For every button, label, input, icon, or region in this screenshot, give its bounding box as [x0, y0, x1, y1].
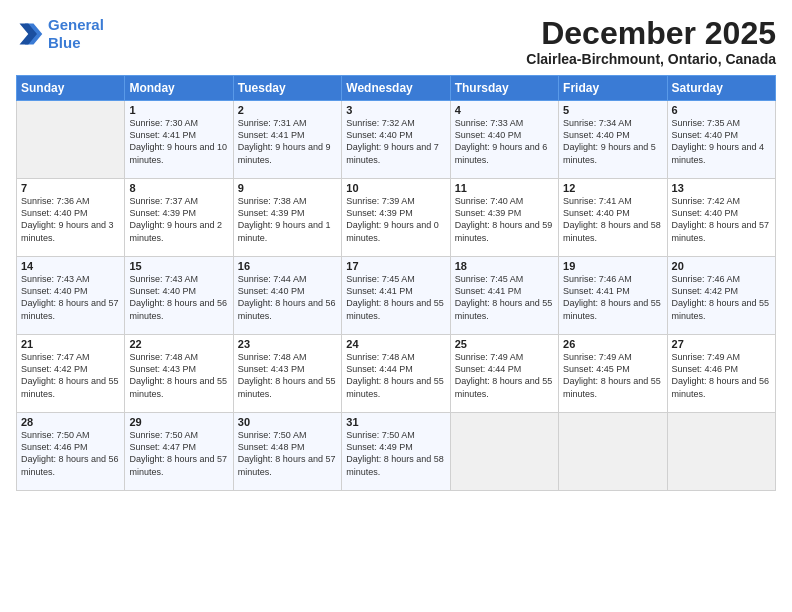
calendar-cell: 5Sunrise: 7:34 AMSunset: 4:40 PMDaylight… — [559, 101, 667, 179]
day-info: Sunrise: 7:42 AMSunset: 4:40 PMDaylight:… — [672, 195, 771, 244]
calendar-cell: 22Sunrise: 7:48 AMSunset: 4:43 PMDayligh… — [125, 335, 233, 413]
day-number: 31 — [346, 416, 445, 428]
day-info: Sunrise: 7:32 AMSunset: 4:40 PMDaylight:… — [346, 117, 445, 166]
calendar-cell: 25Sunrise: 7:49 AMSunset: 4:44 PMDayligh… — [450, 335, 558, 413]
weekday-header-saturday: Saturday — [667, 76, 775, 101]
calendar-cell: 2Sunrise: 7:31 AMSunset: 4:41 PMDaylight… — [233, 101, 341, 179]
day-info: Sunrise: 7:43 AMSunset: 4:40 PMDaylight:… — [129, 273, 228, 322]
day-info: Sunrise: 7:45 AMSunset: 4:41 PMDaylight:… — [346, 273, 445, 322]
day-number: 8 — [129, 182, 228, 194]
calendar-week-1: 1Sunrise: 7:30 AMSunset: 4:41 PMDaylight… — [17, 101, 776, 179]
calendar-cell: 7Sunrise: 7:36 AMSunset: 4:40 PMDaylight… — [17, 179, 125, 257]
day-info: Sunrise: 7:31 AMSunset: 4:41 PMDaylight:… — [238, 117, 337, 166]
day-info: Sunrise: 7:46 AMSunset: 4:42 PMDaylight:… — [672, 273, 771, 322]
day-info: Sunrise: 7:50 AMSunset: 4:49 PMDaylight:… — [346, 429, 445, 478]
weekday-header-friday: Friday — [559, 76, 667, 101]
month-title: December 2025 — [526, 16, 776, 51]
calendar-cell: 14Sunrise: 7:43 AMSunset: 4:40 PMDayligh… — [17, 257, 125, 335]
logo-line1: General — [48, 16, 104, 33]
calendar-cell — [667, 413, 775, 491]
day-number: 9 — [238, 182, 337, 194]
day-info: Sunrise: 7:35 AMSunset: 4:40 PMDaylight:… — [672, 117, 771, 166]
day-number: 25 — [455, 338, 554, 350]
day-info: Sunrise: 7:49 AMSunset: 4:44 PMDaylight:… — [455, 351, 554, 400]
calendar-cell: 11Sunrise: 7:40 AMSunset: 4:39 PMDayligh… — [450, 179, 558, 257]
day-number: 16 — [238, 260, 337, 272]
logo-text: General Blue — [48, 16, 104, 52]
day-info: Sunrise: 7:33 AMSunset: 4:40 PMDaylight:… — [455, 117, 554, 166]
logo-line2: Blue — [48, 34, 81, 51]
day-info: Sunrise: 7:50 AMSunset: 4:47 PMDaylight:… — [129, 429, 228, 478]
calendar-week-3: 14Sunrise: 7:43 AMSunset: 4:40 PMDayligh… — [17, 257, 776, 335]
day-info: Sunrise: 7:49 AMSunset: 4:46 PMDaylight:… — [672, 351, 771, 400]
calendar-cell: 23Sunrise: 7:48 AMSunset: 4:43 PMDayligh… — [233, 335, 341, 413]
day-number: 12 — [563, 182, 662, 194]
main-container: General Blue December 2025 Clairlea-Birc… — [0, 0, 792, 501]
day-number: 4 — [455, 104, 554, 116]
day-info: Sunrise: 7:48 AMSunset: 4:43 PMDaylight:… — [238, 351, 337, 400]
day-number: 1 — [129, 104, 228, 116]
day-info: Sunrise: 7:47 AMSunset: 4:42 PMDaylight:… — [21, 351, 120, 400]
day-number: 29 — [129, 416, 228, 428]
day-number: 26 — [563, 338, 662, 350]
day-number: 2 — [238, 104, 337, 116]
day-info: Sunrise: 7:36 AMSunset: 4:40 PMDaylight:… — [21, 195, 120, 244]
calendar-cell: 9Sunrise: 7:38 AMSunset: 4:39 PMDaylight… — [233, 179, 341, 257]
weekday-header-wednesday: Wednesday — [342, 76, 450, 101]
calendar-cell: 28Sunrise: 7:50 AMSunset: 4:46 PMDayligh… — [17, 413, 125, 491]
calendar-table: SundayMondayTuesdayWednesdayThursdayFrid… — [16, 75, 776, 491]
day-info: Sunrise: 7:40 AMSunset: 4:39 PMDaylight:… — [455, 195, 554, 244]
day-number: 23 — [238, 338, 337, 350]
day-number: 14 — [21, 260, 120, 272]
weekday-header-monday: Monday — [125, 76, 233, 101]
calendar-cell — [559, 413, 667, 491]
day-info: Sunrise: 7:50 AMSunset: 4:48 PMDaylight:… — [238, 429, 337, 478]
day-number: 7 — [21, 182, 120, 194]
calendar-week-4: 21Sunrise: 7:47 AMSunset: 4:42 PMDayligh… — [17, 335, 776, 413]
header: General Blue December 2025 Clairlea-Birc… — [16, 16, 776, 67]
calendar-week-5: 28Sunrise: 7:50 AMSunset: 4:46 PMDayligh… — [17, 413, 776, 491]
calendar-cell: 29Sunrise: 7:50 AMSunset: 4:47 PMDayligh… — [125, 413, 233, 491]
calendar-body: 1Sunrise: 7:30 AMSunset: 4:41 PMDaylight… — [17, 101, 776, 491]
title-block: December 2025 Clairlea-Birchmount, Ontar… — [526, 16, 776, 67]
day-number: 10 — [346, 182, 445, 194]
weekday-header-sunday: Sunday — [17, 76, 125, 101]
day-info: Sunrise: 7:34 AMSunset: 4:40 PMDaylight:… — [563, 117, 662, 166]
day-info: Sunrise: 7:45 AMSunset: 4:41 PMDaylight:… — [455, 273, 554, 322]
calendar-cell: 6Sunrise: 7:35 AMSunset: 4:40 PMDaylight… — [667, 101, 775, 179]
calendar-cell: 30Sunrise: 7:50 AMSunset: 4:48 PMDayligh… — [233, 413, 341, 491]
day-number: 18 — [455, 260, 554, 272]
day-number: 22 — [129, 338, 228, 350]
calendar-cell: 8Sunrise: 7:37 AMSunset: 4:39 PMDaylight… — [125, 179, 233, 257]
day-info: Sunrise: 7:39 AMSunset: 4:39 PMDaylight:… — [346, 195, 445, 244]
day-info: Sunrise: 7:48 AMSunset: 4:44 PMDaylight:… — [346, 351, 445, 400]
day-number: 5 — [563, 104, 662, 116]
logo: General Blue — [16, 16, 104, 52]
calendar-cell: 27Sunrise: 7:49 AMSunset: 4:46 PMDayligh… — [667, 335, 775, 413]
calendar-cell: 10Sunrise: 7:39 AMSunset: 4:39 PMDayligh… — [342, 179, 450, 257]
calendar-cell: 15Sunrise: 7:43 AMSunset: 4:40 PMDayligh… — [125, 257, 233, 335]
calendar-cell: 31Sunrise: 7:50 AMSunset: 4:49 PMDayligh… — [342, 413, 450, 491]
day-info: Sunrise: 7:44 AMSunset: 4:40 PMDaylight:… — [238, 273, 337, 322]
calendar-cell — [450, 413, 558, 491]
day-number: 11 — [455, 182, 554, 194]
location: Clairlea-Birchmount, Ontario, Canada — [526, 51, 776, 67]
day-info: Sunrise: 7:38 AMSunset: 4:39 PMDaylight:… — [238, 195, 337, 244]
day-number: 30 — [238, 416, 337, 428]
calendar-header: SundayMondayTuesdayWednesdayThursdayFrid… — [17, 76, 776, 101]
weekday-header-tuesday: Tuesday — [233, 76, 341, 101]
calendar-cell: 17Sunrise: 7:45 AMSunset: 4:41 PMDayligh… — [342, 257, 450, 335]
day-info: Sunrise: 7:37 AMSunset: 4:39 PMDaylight:… — [129, 195, 228, 244]
calendar-cell: 16Sunrise: 7:44 AMSunset: 4:40 PMDayligh… — [233, 257, 341, 335]
day-info: Sunrise: 7:41 AMSunset: 4:40 PMDaylight:… — [563, 195, 662, 244]
calendar-cell: 26Sunrise: 7:49 AMSunset: 4:45 PMDayligh… — [559, 335, 667, 413]
calendar-cell: 18Sunrise: 7:45 AMSunset: 4:41 PMDayligh… — [450, 257, 558, 335]
calendar-cell: 19Sunrise: 7:46 AMSunset: 4:41 PMDayligh… — [559, 257, 667, 335]
calendar-cell: 24Sunrise: 7:48 AMSunset: 4:44 PMDayligh… — [342, 335, 450, 413]
calendar-cell: 20Sunrise: 7:46 AMSunset: 4:42 PMDayligh… — [667, 257, 775, 335]
weekday-header-thursday: Thursday — [450, 76, 558, 101]
day-number: 6 — [672, 104, 771, 116]
calendar-week-2: 7Sunrise: 7:36 AMSunset: 4:40 PMDaylight… — [17, 179, 776, 257]
calendar-cell: 3Sunrise: 7:32 AMSunset: 4:40 PMDaylight… — [342, 101, 450, 179]
day-info: Sunrise: 7:46 AMSunset: 4:41 PMDaylight:… — [563, 273, 662, 322]
